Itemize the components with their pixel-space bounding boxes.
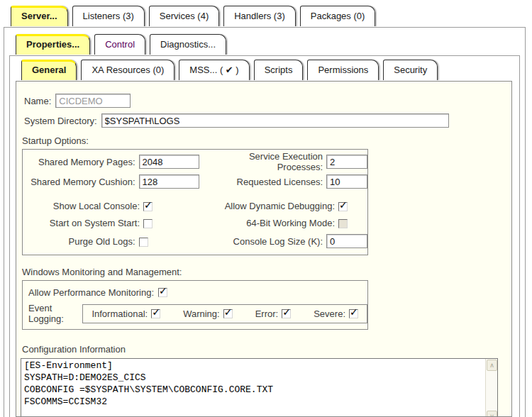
allow-performance-monitoring-checkbox[interactable] bbox=[158, 288, 167, 297]
allow-performance-monitoring-label: Allow Performance Monitoring: bbox=[28, 287, 154, 298]
server-tab-bar: Server... Listeners (3) Services (4) Han… bbox=[11, 6, 375, 26]
startup-row-3: Show Local Console: Allow Dynamic Debugg… bbox=[23, 199, 367, 212]
general-panel: Name: System Directory: Startup Options:… bbox=[16, 81, 512, 417]
requested-licenses-input[interactable] bbox=[326, 174, 367, 189]
tab-properties-label: Properties... bbox=[26, 39, 79, 50]
server-properties-page: Server... Listeners (3) Services (4) Han… bbox=[0, 0, 532, 417]
event-logging-box: Informational: Warning: Error: Severe: bbox=[82, 304, 367, 323]
service-execution-processes-input[interactable] bbox=[326, 155, 367, 169]
start-on-system-start-label: Start on System Start: bbox=[23, 218, 143, 228]
tab-diagnostics[interactable]: Diagnostics... bbox=[150, 34, 226, 55]
tab-packages[interactable]: Packages (0) bbox=[300, 6, 376, 26]
startup-row-1: Shared Memory Pages: Service Execution P… bbox=[23, 154, 367, 169]
system-directory-label: System Directory: bbox=[24, 116, 97, 126]
monitoring-title: Windows Monitoring and Management: bbox=[22, 267, 511, 277]
startup-options-title: Startup Options: bbox=[22, 135, 511, 146]
event-informational-item: Informational: bbox=[92, 308, 160, 319]
requested-licenses-label: Requested Licenses: bbox=[207, 177, 326, 187]
tab-scripts-label: Scripts bbox=[265, 65, 293, 75]
startup-row-5: Purge Old Logs: Console Log Size (K): bbox=[23, 233, 367, 249]
event-warning-item: Warning: bbox=[183, 308, 233, 319]
monitoring-box: Allow Performance Monitoring: Event Logg… bbox=[22, 280, 368, 330]
properties-tab-bar: Properties... Control Diagnostics... bbox=[16, 34, 226, 55]
tab-permissions[interactable]: Permissions bbox=[307, 60, 379, 80]
tab-permissions-label: Permissions bbox=[318, 65, 368, 75]
tab-scripts[interactable]: Scripts bbox=[254, 60, 304, 80]
tab-general[interactable]: General bbox=[21, 60, 77, 80]
tab-diagnostics-label: Diagnostics... bbox=[160, 39, 216, 50]
event-logging-label: Event Logging: bbox=[28, 303, 82, 324]
general-tab-bar: General XA Resources (0) MSS... ( ✔ ) Sc… bbox=[21, 60, 438, 80]
startup-options-box: Shared Memory Pages: Service Execution P… bbox=[22, 149, 368, 255]
informational-label: Informational: bbox=[92, 308, 148, 319]
system-directory-field-row: System Directory: bbox=[24, 113, 511, 128]
informational-checkbox[interactable] bbox=[151, 309, 160, 318]
performance-monitoring-row: Allow Performance Monitoring: bbox=[23, 285, 367, 299]
purge-old-logs-checkbox[interactable] bbox=[139, 238, 148, 247]
severe-label: Severe: bbox=[314, 308, 345, 319]
shared-memory-cushion-label: Shared Memory Cushion: bbox=[23, 177, 139, 187]
name-field-row: Name: bbox=[24, 93, 511, 109]
error-label: Error: bbox=[255, 308, 279, 319]
allow-dynamic-debugging-label: Allow Dynamic Debugging: bbox=[214, 201, 338, 211]
event-error-item: Error: bbox=[255, 308, 292, 319]
error-checkbox[interactable] bbox=[282, 309, 291, 318]
tab-xa-resources-label: XA Resources (0) bbox=[92, 65, 164, 75]
tab-server-label: Server... bbox=[21, 11, 57, 21]
name-label: Name: bbox=[24, 96, 51, 106]
console-log-size-input[interactable] bbox=[326, 234, 367, 248]
scroll-up-button[interactable]: ∧ bbox=[487, 360, 497, 371]
tab-handlers-label: Handlers (3) bbox=[234, 11, 285, 21]
service-execution-processes-label: Service Execution Processes: bbox=[207, 151, 326, 172]
start-on-system-start-checkbox[interactable] bbox=[143, 219, 153, 228]
event-logging-row: Event Logging: Informational: Warning: E… bbox=[23, 303, 367, 324]
shared-memory-pages-label: Shared Memory Pages: bbox=[23, 157, 139, 167]
64-bit-working-mode-checkbox bbox=[338, 219, 348, 228]
tab-security-label: Security bbox=[394, 65, 427, 75]
tab-general-label: General bbox=[32, 65, 66, 75]
tab-services-label: Services (4) bbox=[160, 11, 209, 21]
tab-control-label: Control bbox=[105, 39, 135, 50]
configuration-textarea[interactable]: [ES-Environment] SYSPATH=D:DEMO2ES_CICS … bbox=[21, 359, 485, 417]
configuration-information-title: Configuration Information bbox=[22, 344, 511, 355]
console-log-size-label: Console Log Size (K): bbox=[207, 236, 326, 247]
warning-checkbox[interactable] bbox=[223, 309, 233, 318]
shared-memory-pages-input[interactable] bbox=[139, 155, 199, 169]
show-local-console-checkbox[interactable] bbox=[143, 202, 153, 211]
warning-label: Warning: bbox=[183, 308, 220, 319]
tab-control[interactable]: Control bbox=[94, 34, 145, 55]
scroll-down-button[interactable]: ∨ bbox=[487, 411, 497, 417]
show-local-console-label: Show Local Console: bbox=[23, 201, 143, 211]
64-bit-working-mode-label: 64-Bit Working Mode: bbox=[214, 218, 338, 228]
scroll-down-icon: ∨ bbox=[489, 413, 494, 417]
name-input bbox=[55, 94, 131, 108]
tab-properties[interactable]: Properties... bbox=[16, 34, 90, 55]
tab-mss-label: MSS... ( ✔ ) bbox=[189, 65, 238, 75]
shared-memory-cushion-input[interactable] bbox=[139, 174, 199, 189]
tab-server[interactable]: Server... bbox=[11, 6, 68, 26]
system-directory-input[interactable] bbox=[101, 113, 449, 128]
configuration-textarea-wrap: [ES-Environment] SYSPATH=D:DEMO2ES_CICS … bbox=[21, 358, 498, 417]
tab-packages-label: Packages (0) bbox=[311, 11, 365, 21]
purge-old-logs-label: Purge Old Logs: bbox=[23, 236, 139, 247]
tab-listeners[interactable]: Listeners (3) bbox=[72, 6, 145, 26]
configuration-scrollbar[interactable]: ∧ ∨ bbox=[485, 359, 497, 417]
scroll-up-icon: ∧ bbox=[489, 362, 494, 369]
severe-checkbox[interactable] bbox=[349, 309, 358, 318]
tab-mss[interactable]: MSS... ( ✔ ) bbox=[179, 60, 249, 80]
startup-row-4: Start on System Start: 64-Bit Working Mo… bbox=[23, 216, 367, 229]
tab-services[interactable]: Services (4) bbox=[149, 6, 219, 26]
tab-security[interactable]: Security bbox=[383, 60, 438, 80]
tab-handlers[interactable]: Handlers (3) bbox=[223, 6, 296, 26]
tab-xa-resources[interactable]: XA Resources (0) bbox=[81, 60, 174, 80]
allow-dynamic-debugging-checkbox[interactable] bbox=[338, 202, 348, 211]
startup-row-2: Shared Memory Cushion: Requested License… bbox=[23, 174, 367, 189]
tab-listeners-label: Listeners (3) bbox=[83, 11, 134, 21]
event-severe-item: Severe: bbox=[314, 308, 358, 319]
